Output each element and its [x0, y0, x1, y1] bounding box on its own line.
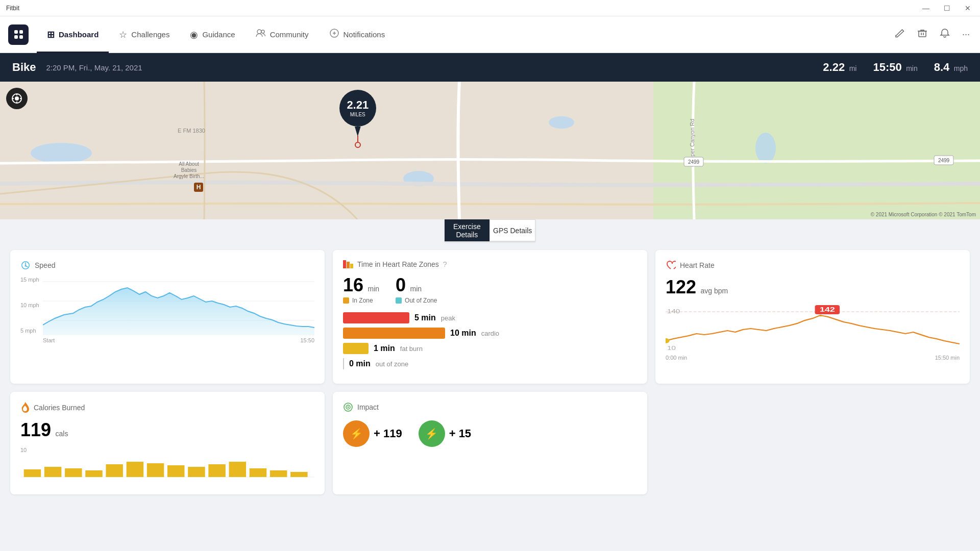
hr-avg-value: 122 — [666, 277, 696, 297]
speed-y-10: 10 mph — [20, 302, 42, 308]
calories-value: 119 — [20, 419, 51, 440]
map-pin-tail — [355, 127, 361, 137]
zone-bars: 5 min peak 10 min cardio 1 min fat burn … — [343, 312, 637, 369]
close-button[interactable]: ✕ — [962, 3, 974, 13]
svg-point-38 — [25, 265, 27, 267]
calories-unit: cals — [56, 430, 68, 438]
outofzone-bar — [343, 358, 344, 369]
speed-y-5: 5 mph — [20, 328, 42, 334]
calories-card: Calories Burned 119 cals 10 — [10, 392, 325, 494]
minimize-button[interactable]: — — [919, 3, 933, 13]
zones-title: Time in Heart Rate Zones — [357, 260, 439, 268]
svg-rect-62 — [229, 462, 246, 477]
stat-distance: 2.22 mi — [823, 61, 856, 74]
impact-card: Impact ⚡ + 119 ⚡ + 15 — [333, 392, 647, 494]
svg-text:Babies: Babies — [181, 167, 197, 173]
activity-header: Bike 2:20 PM, Fri., May. 21, 2021 2.22 m… — [0, 53, 980, 82]
hr-time-end: 15:50 min — [935, 355, 960, 361]
svg-rect-44 — [350, 264, 353, 268]
impact-val-0: + 119 — [374, 427, 402, 440]
outofzone-label: out of zone — [376, 360, 408, 368]
nav-item-dashboard[interactable]: ⊞ Dashboard — [37, 16, 109, 53]
hr-card-title: Heart Rate — [666, 260, 960, 270]
zone-bar-cardio: 10 min cardio — [343, 328, 637, 339]
svg-rect-53 — [44, 467, 61, 477]
impact-circle-1: ⚡ — [419, 420, 445, 447]
zones-card-title: Time in Heart Rate Zones ? — [343, 260, 637, 268]
svg-text:2499: 2499 — [688, 159, 700, 165]
maximize-button[interactable]: ☐ — [941, 3, 953, 13]
svg-rect-43 — [347, 262, 350, 268]
svg-text:2499: 2499 — [938, 158, 950, 163]
nav-item-guidance[interactable]: ◉ Guidance — [180, 16, 245, 53]
fatburn-bar — [343, 343, 369, 354]
nav-item-community[interactable]: Community — [246, 16, 319, 53]
more-button[interactable]: ··· — [960, 27, 972, 42]
svg-point-6 — [31, 143, 92, 163]
hr-chart-svg: 142 140 10 — [666, 304, 960, 353]
zones-info-icon[interactable]: ? — [443, 260, 447, 268]
speed-y-15: 15 mph — [20, 277, 42, 283]
cardio-min: 10 min — [450, 329, 476, 338]
content-area: Speed 15 mph 10 mph 5 mph — [0, 242, 980, 503]
stat-duration: 15:50 min — [873, 61, 917, 74]
calories-icon — [20, 402, 30, 413]
svg-rect-42 — [343, 260, 346, 268]
calories-card-title: Calories Burned — [20, 402, 314, 413]
cals-y-label: 10 — [20, 447, 27, 453]
speed-title: Speed — [35, 261, 55, 269]
svg-rect-56 — [106, 464, 122, 477]
edit-button[interactable] — [893, 26, 907, 43]
nav-item-challenges[interactable]: ☆ Challenges — [109, 16, 180, 53]
bell-button[interactable] — [938, 26, 952, 43]
tab-exercise-details[interactable]: Exercise Details — [445, 219, 489, 241]
hr-avg: 122 avg bpm — [666, 277, 960, 298]
stat-duration-value: 15:50 — [873, 61, 901, 73]
hr-title: Heart Rate — [680, 261, 715, 269]
svg-rect-59 — [167, 465, 184, 477]
speed-chart-wrapper: 15 mph 10 mph 5 mph — [20, 277, 314, 343]
nav-label-challenges: Challenges — [131, 30, 169, 39]
map-pin-bubble: 2.21 MILES — [339, 90, 376, 127]
guidance-icon: ◉ — [190, 29, 198, 40]
delete-button[interactable] — [915, 26, 929, 43]
speed-card-title: Speed — [20, 260, 314, 270]
svg-text:H: H — [197, 184, 201, 191]
in-zone-text: In Zone — [352, 297, 373, 304]
challenges-icon: ☆ — [119, 29, 127, 40]
zone-bar-fatburn: 1 min fat burn — [343, 343, 637, 354]
svg-rect-57 — [127, 462, 143, 477]
fatburn-min: 1 min — [374, 344, 395, 353]
peak-label: peak — [441, 314, 455, 322]
impact-item-1: ⚡ + 15 — [419, 420, 471, 447]
peak-bar — [343, 312, 409, 323]
impact-item-0: ⚡ + 119 — [343, 420, 402, 447]
peak-min: 5 min — [414, 313, 436, 322]
in-zone-summary: 16 min In Zone — [343, 274, 379, 304]
location-button[interactable] — [6, 88, 28, 109]
svg-text:142: 142 — [820, 306, 835, 313]
hr-chart-wrapper: 142 140 10 0:00 min 15:50 min — [666, 304, 960, 355]
impact-icon — [343, 402, 353, 412]
in-zone-dot — [343, 297, 349, 304]
nav-label-guidance: Guidance — [202, 30, 235, 39]
map-pin: 2.21 MILES — [339, 90, 376, 148]
map-svg: E FM 1830 FM 407 Copper Canyon Rd 407 24… — [0, 82, 980, 219]
out-zone-text: Out of Zone — [405, 297, 437, 304]
map-miles: 2.21 — [347, 98, 369, 112]
stat-distance-unit: mi — [849, 64, 857, 72]
fatburn-label: fat burn — [400, 345, 423, 353]
nav-label-community: Community — [270, 30, 309, 39]
speed-y-labels: 15 mph 10 mph 5 mph — [20, 277, 42, 334]
svg-rect-64 — [270, 470, 287, 477]
community-icon — [256, 28, 266, 41]
svg-rect-55 — [85, 470, 102, 477]
heart-rate-icon — [666, 260, 676, 270]
zone-bar-peak: 5 min peak — [343, 312, 637, 323]
nav-item-notifications[interactable]: Notifications — [319, 16, 396, 53]
tab-gps-details[interactable]: GPS Details — [489, 219, 535, 241]
out-zone-value: 0 — [396, 274, 406, 295]
in-zone-value: 16 — [343, 274, 363, 295]
zone-bar-outofzone: 0 min out of zone — [343, 358, 637, 369]
svg-rect-52 — [24, 469, 41, 477]
